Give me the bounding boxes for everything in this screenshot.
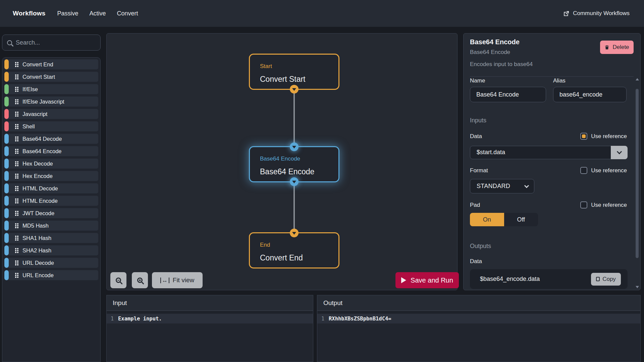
output-panel: Output 1 RXhhbXBsZSBpbnB1dC4= xyxy=(317,295,641,362)
palette-item-html-encode[interactable]: HTML Encode xyxy=(4,196,98,206)
palette-item-url-encode[interactable]: URL Encode xyxy=(4,270,98,280)
name-input[interactable] xyxy=(470,87,546,102)
drag-handle-icon xyxy=(15,62,16,63)
output-reference-box: $base64_encode.data Copy xyxy=(470,269,628,289)
palette-item-sha2-hash[interactable]: SHA2 Hash xyxy=(4,245,98,255)
drag-handle-icon xyxy=(15,136,16,138)
community-workflows-link[interactable]: Community Workflows xyxy=(563,10,630,17)
fit-view-icon: ↔ xyxy=(160,278,169,283)
output-port-icon[interactable] xyxy=(290,85,299,94)
workflow-canvas[interactable]: Start Convert Start Base64 Encode Base64… xyxy=(106,33,458,290)
output-reference-value: $base64_encode.data xyxy=(470,276,591,283)
data-reference-select[interactable]: $start.data xyxy=(470,146,628,159)
save-and-run-button[interactable]: Save and Run xyxy=(395,272,459,288)
drag-handle-icon xyxy=(15,112,16,113)
node-palette: Convert End Convert Start If/Else If/Els… xyxy=(2,57,101,362)
inputs-heading: Inputs xyxy=(470,117,627,124)
input-port-icon[interactable] xyxy=(290,142,299,151)
node-kind-label: End xyxy=(260,241,338,249)
palette-item-jwt-decode[interactable]: JWT Decode xyxy=(4,208,98,218)
node-convert-end[interactable]: End Convert End xyxy=(249,232,339,268)
use-reference-label: Use reference xyxy=(591,133,627,140)
drag-handle-icon xyxy=(15,260,16,262)
output-viewer[interactable]: 1 RXhhbXBsZSBpbnB1dC4= xyxy=(317,311,640,362)
chevron-down-icon xyxy=(524,183,529,188)
select-dropdown-button[interactable] xyxy=(611,146,628,159)
inspector-panel: Base64 Encode Base64 Encode Encodes inpu… xyxy=(463,33,641,290)
fit-view-button[interactable]: ↔ Fit view xyxy=(152,272,203,288)
palette-item-if-else[interactable]: If/Else xyxy=(4,84,98,94)
pad-use-reference-checkbox[interactable] xyxy=(580,201,587,208)
search-input[interactable]: Search... xyxy=(2,35,101,51)
nav-brand: Workflows xyxy=(13,10,46,17)
section-divider xyxy=(470,76,634,77)
format-select[interactable]: STANDARD xyxy=(470,179,534,193)
pad-on-option[interactable]: On xyxy=(470,213,504,226)
palette-item-md5-hash[interactable]: MD5 Hash xyxy=(4,221,98,231)
zoom-in-button[interactable] xyxy=(132,272,148,288)
copy-button[interactable]: Copy xyxy=(591,273,621,286)
output-panel-title: Output xyxy=(317,295,640,311)
scroll-down-icon[interactable] xyxy=(636,286,639,288)
node-base64-encode[interactable]: Base64 Encode Base64 Encode xyxy=(249,146,339,182)
inspector-header: Base64 Encode Base64 Encode Encodes inpu… xyxy=(464,34,640,77)
category-color-bar xyxy=(4,134,9,144)
node-kind-label: Base64 Encode xyxy=(260,155,338,163)
category-color-bar xyxy=(4,258,9,268)
drag-handle-icon xyxy=(15,248,16,249)
format-use-reference-checkbox[interactable] xyxy=(580,167,587,174)
node-title: Base64 Encode xyxy=(260,167,338,177)
zoom-out-button[interactable] xyxy=(110,272,126,288)
palette-item-if-else-javascript[interactable]: If/Else Javascript xyxy=(4,97,98,107)
palette-item-hex-encode[interactable]: Hex Encode xyxy=(4,171,98,181)
input-port-icon[interactable] xyxy=(290,229,299,237)
format-label: Format xyxy=(470,167,488,174)
external-link-icon xyxy=(563,10,570,17)
category-color-bar xyxy=(4,109,9,119)
drag-handle-icon xyxy=(15,74,16,76)
palette-item-hex-decode[interactable]: Hex Decode xyxy=(4,159,98,169)
nav-tab-active[interactable]: Active xyxy=(90,10,106,17)
drag-handle-icon xyxy=(15,273,16,274)
nav-tab-convert[interactable]: Convert xyxy=(117,10,138,17)
palette-item-convert-end[interactable]: Convert End xyxy=(4,59,98,69)
scrollbar-thumb[interactable] xyxy=(636,89,639,258)
scroll-up-icon[interactable] xyxy=(636,78,639,80)
palette-item-html-decode[interactable]: HTML Decode xyxy=(4,183,98,193)
category-color-bar xyxy=(4,233,9,243)
category-color-bar xyxy=(4,97,9,107)
pad-off-option[interactable]: Off xyxy=(504,213,538,226)
inspector-description: Encodes input to base64 xyxy=(470,61,634,68)
name-label: Name xyxy=(470,78,546,83)
palette-item-shell[interactable]: Shell xyxy=(4,121,98,131)
alias-label: Alias xyxy=(553,78,627,83)
drag-handle-icon xyxy=(15,87,16,88)
category-color-bar xyxy=(4,121,9,131)
palette-item-url-decode[interactable]: URL Decode xyxy=(4,258,98,268)
zoom-out-icon xyxy=(116,278,121,283)
category-color-bar xyxy=(4,183,9,193)
palette-item-sha1-hash[interactable]: SHA1 Hash xyxy=(4,233,98,243)
output-port-icon[interactable] xyxy=(290,177,299,186)
inspector-scrollbar[interactable] xyxy=(635,77,639,289)
palette-item-base64-decode[interactable]: Base64 Decode xyxy=(4,134,98,144)
node-convert-start[interactable]: Start Convert Start xyxy=(249,54,339,90)
drag-handle-icon xyxy=(15,149,16,150)
top-nav: Workflows Passive Active Convert Communi… xyxy=(0,0,644,27)
data-use-reference-checkbox[interactable] xyxy=(580,133,587,140)
drag-handle-icon xyxy=(15,223,16,225)
drag-handle-icon xyxy=(15,186,16,187)
nav-tab-passive[interactable]: Passive xyxy=(57,10,78,17)
delete-node-button[interactable]: Delete xyxy=(600,41,634,54)
alias-input[interactable] xyxy=(553,87,627,102)
palette-item-javascript[interactable]: Javascript xyxy=(4,109,98,119)
input-line-1[interactable]: 1 Example input. xyxy=(107,314,313,323)
palette-item-convert-start[interactable]: Convert Start xyxy=(4,72,98,82)
input-editor[interactable]: 1 Example input. xyxy=(107,311,313,362)
palette-item-base64-encode[interactable]: Base64 Encode xyxy=(4,146,98,156)
use-reference-label: Use reference xyxy=(591,167,627,174)
category-color-bar xyxy=(4,84,9,94)
output-line-1[interactable]: 1 RXhhbXBsZSBpbnB1dC4= xyxy=(317,314,640,323)
drag-handle-icon xyxy=(15,124,16,125)
copy-icon xyxy=(596,277,600,281)
